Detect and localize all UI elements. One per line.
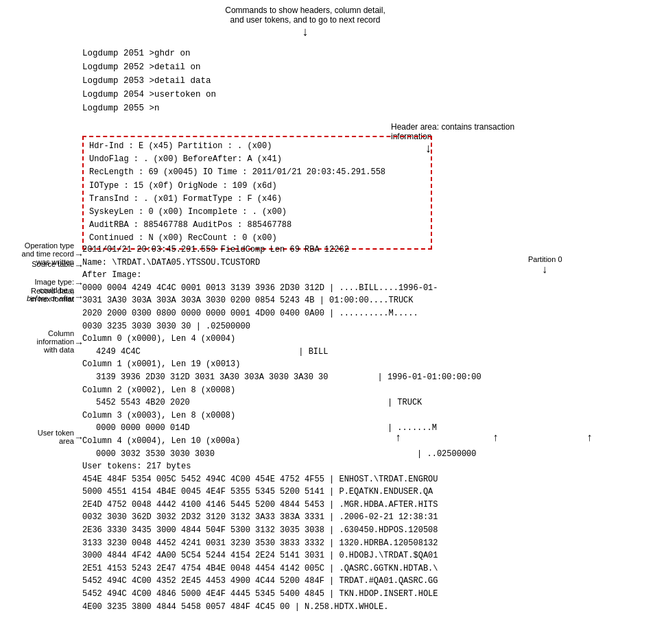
user-token-line-6: 3000 4844 4F42 4A00 5C54 5244 4154 2E24 … xyxy=(82,549,631,562)
logdump-commands: Logdump 2051 >ghdr on Logdump 2052 >deta… xyxy=(82,47,216,115)
source-table-annotation: Source table xyxy=(0,260,74,268)
rba-arrow: ↑ xyxy=(492,432,499,444)
top-annotation: Commands to show headers, column detail,… xyxy=(185,5,425,40)
column-3-header: Column 3 (x0003), Len 8 (x0008) xyxy=(82,409,631,422)
user-token-line-7: 2E51 4153 5243 2E47 4754 4B4E 0048 4454 … xyxy=(82,562,631,575)
user-token-line-3: 0032 3030 362D 3032 2D32 3120 3132 3A33 … xyxy=(82,511,631,524)
header-line-0: Hdr-Ind : E (x45) Partition : . (x00) xyxy=(89,140,425,153)
column-3-data: 0000 0000 0000 014D | .......M xyxy=(82,422,631,435)
logdump-line-2: Logdump 2052 >detail on xyxy=(82,60,216,74)
operation-type-arrow: → xyxy=(74,249,84,260)
source-table-arrow: → xyxy=(74,260,84,271)
user-token-header: User tokens: 217 bytes xyxy=(82,460,631,473)
hex-line-0: 0000 0004 4249 4C4C 0001 0013 3139 3936 … xyxy=(82,282,631,295)
user-token-line-0: 454E 484F 5354 005C 5452 494C 4C00 454E … xyxy=(82,473,631,486)
header-line-4: TransInd : . (x01) FormatType : F (x46) xyxy=(89,193,425,206)
top-annotation-text: Commands to show headers, column detail, xyxy=(225,5,385,15)
header-line-2: RecLength : 69 (x0045) IO Time : 2011/01… xyxy=(89,166,425,179)
column-2-header: Column 2 (x0002), Len 8 (x0008) xyxy=(82,384,631,397)
column-1-data: 3139 3936 2D30 312D 3031 3A30 303A 3030 … xyxy=(82,371,631,384)
column-4-data: 0000 3032 3530 3030 3030 | ..02500000 xyxy=(82,448,631,461)
column-4-header: Column 4 (x0004), Len 10 (x000a) xyxy=(82,435,631,448)
header-line-1: UndoFlag : . (x00) BeforeAfter: A (x41) xyxy=(89,153,425,166)
user-token-annotation: User token area xyxy=(0,429,74,445)
column-info-annotation: Column information with data xyxy=(0,329,74,354)
user-token-line-9: 5452 494C 4C00 4846 5000 4E4F 4445 5345 … xyxy=(82,588,631,601)
length-arrow: ↑ xyxy=(395,432,402,444)
logdump-line-5: Logdump 2055 >n xyxy=(82,102,216,115)
column-0-header: Column 0 (x0000), Len 4 (x0004) xyxy=(82,333,631,346)
hex-line-3: 0030 3235 3030 3030 30 | .02500000 xyxy=(82,320,631,333)
ascii-arrow: ↑ xyxy=(586,432,593,444)
user-token-line-1: 5000 4551 4154 4B4E 0045 4E4F 5355 5345 … xyxy=(82,486,631,499)
hex-line-2: 2020 2000 0300 0800 0000 0000 0001 4D00 … xyxy=(82,307,631,320)
top-annotation-text2: and user tokens, and to go to next recor… xyxy=(230,15,381,25)
header-line-6: AuditRBA : 885467788 AuditPos : 88546778… xyxy=(89,219,425,232)
image-type-arrow: → xyxy=(74,278,84,289)
column-1-header: Column 1 (x0001), Len 19 (x0013) xyxy=(82,358,631,371)
column-0-data: 4249 4C4C | BILL xyxy=(82,346,631,359)
logdump-line-3: Logdump 2053 >detail data xyxy=(82,74,216,88)
record-data-annotation: Record data, in hex format xyxy=(0,287,74,303)
column-info-arrow: → xyxy=(74,337,84,348)
partition-annotation: Partition 0 ↓ xyxy=(528,255,562,276)
user-token-line-5: 3133 3230 0048 4452 4241 0031 3230 3530 … xyxy=(82,537,631,550)
record-data-arrow: → xyxy=(74,291,84,302)
user-token-line-8: 5452 494C 4C00 4352 2E45 4453 4900 4C44 … xyxy=(82,575,631,588)
logdump-line-1: Logdump 2051 >ghdr on xyxy=(82,47,216,60)
header-line-5: SyskeyLen : 0 (x00) Incomplete : . (x00) xyxy=(89,206,425,219)
user-token-line-4: 2E36 3330 3435 3000 4844 504F 5300 3132 … xyxy=(82,524,631,537)
user-token-line-2: 2E4D 4752 0048 4442 4100 4146 5445 5200 … xyxy=(82,499,631,512)
hex-line-1: 3031 3A30 303A 303A 303A 3030 0200 0854 … xyxy=(82,294,631,307)
column-2-data: 5452 5543 4B20 2020 | TRUCK xyxy=(82,396,631,409)
main-content: 2011/01/21 20:03:45.291.558 FieldComp Le… xyxy=(82,243,631,613)
header-box: Hdr-Ind : E (x45) Partition : . (x00) Un… xyxy=(82,136,432,250)
logdump-line-4: Logdump 2054 >usertoken on xyxy=(82,88,216,102)
header-line-3: IOType : 15 (x0f) OrigNode : 109 (x6d) xyxy=(89,180,425,193)
user-token-arrow: → xyxy=(74,432,84,443)
user-token-line-10: 4E00 3235 3800 4844 5458 0057 484F 4C45 … xyxy=(82,601,631,614)
timestamp-line: 2011/01/21 20:03:45.291.558 FieldComp Le… xyxy=(82,243,631,257)
